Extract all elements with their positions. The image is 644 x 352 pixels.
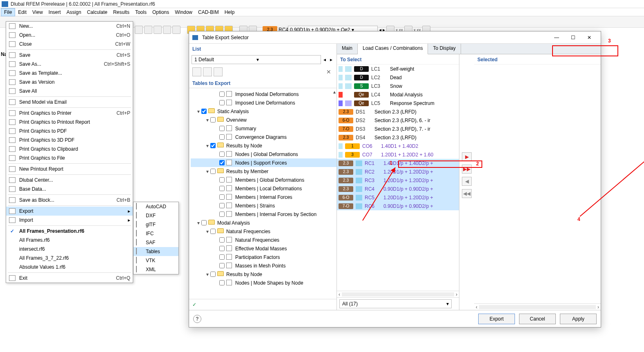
tree-checkbox[interactable] xyxy=(210,229,216,234)
file-menu-item[interactable]: Open...Ctrl+O xyxy=(6,31,133,40)
tree-row[interactable]: ▾Results by Node xyxy=(191,141,336,150)
tree-row[interactable]: Members | Global Deformations xyxy=(191,176,336,184)
export-sub-item[interactable]: SAF xyxy=(134,238,178,247)
loadcase-row[interactable]: 7-ODS3Section 2.3 (LRFD), 7. - ir xyxy=(337,125,459,133)
close-button[interactable]: ✕ xyxy=(581,35,597,40)
list-prev-icon[interactable]: ◂ xyxy=(322,57,328,62)
menu-help[interactable]: Help xyxy=(222,9,238,16)
file-menu-item[interactable]: Print Graphics to Printout Report xyxy=(6,118,133,127)
tree-row[interactable]: ▾Results by Member xyxy=(191,167,336,176)
tree-row[interactable]: ▾Modal Analysis xyxy=(191,218,336,227)
file-menu-item[interactable]: All Frames_3_7_22.rf6 xyxy=(6,254,133,263)
file-menu-item[interactable]: Save as Block...Ctrl+B xyxy=(6,196,133,205)
tree-checkbox[interactable] xyxy=(219,212,225,217)
file-menu-item[interactable]: Print Graphics to File xyxy=(6,154,133,163)
toolbar-icon[interactable] xyxy=(154,26,162,34)
h-scrollbar-selected[interactable]: ‹› xyxy=(474,303,601,310)
tree-row[interactable]: Members | Local Deformations xyxy=(191,184,336,193)
file-menu-item[interactable]: Print Graphics to PDF xyxy=(6,127,133,136)
clear-list-button[interactable]: ✕ xyxy=(324,67,333,76)
loadcase-row[interactable]: QeLC5Response Spectrum xyxy=(337,99,459,107)
tree-row[interactable]: Imposed Nodal Deformations xyxy=(191,90,336,98)
file-menu-item[interactable]: Save As...Ctrl+Shift+S xyxy=(6,60,133,69)
file-menu-item[interactable]: Print Graphics to Clipboard xyxy=(6,145,133,154)
tree-checkbox[interactable] xyxy=(219,203,225,208)
export-sub-item[interactable]: VTK xyxy=(134,256,178,265)
menu-file[interactable]: File xyxy=(1,8,15,16)
file-menu-item[interactable]: All Frames.rf6 xyxy=(6,236,133,245)
tree-checkbox[interactable] xyxy=(219,263,225,268)
help-button[interactable]: ? xyxy=(193,315,201,323)
tree-checkbox[interactable] xyxy=(219,280,225,285)
filter-dropdown[interactable]: All (17)▾ xyxy=(339,299,452,308)
tab[interactable]: To Display xyxy=(428,44,461,54)
file-menu-item[interactable]: ✓All Frames_Presentation.rf6 xyxy=(6,227,133,236)
toolbar-icon[interactable] xyxy=(163,26,171,34)
loadcase-row[interactable]: QeLC4Modal Analysis xyxy=(337,90,459,99)
tree-row[interactable]: Summary xyxy=(191,124,336,133)
file-menu-item[interactable]: Import▸ xyxy=(6,216,133,225)
tree-row[interactable]: ▾Overview xyxy=(191,116,336,124)
tree-row[interactable]: Members | Strains xyxy=(191,201,336,210)
expand-icon[interactable]: ▾ xyxy=(205,169,210,174)
tree-row[interactable]: Participation Factors xyxy=(191,253,336,261)
menu-window[interactable]: Window xyxy=(172,9,195,16)
tree-row[interactable]: ▾Static Analysis xyxy=(191,107,336,116)
tree-checkbox[interactable] xyxy=(219,126,225,131)
loadcase-row[interactable]: 2.3RC21.20D1/p + 1.20D2/p + xyxy=(337,167,459,176)
menu-cad-bim[interactable]: CAD-BIM xyxy=(195,9,222,16)
file-menu-item[interactable]: Absolute Values 1.rf6 xyxy=(6,263,133,272)
expand-icon[interactable]: ▾ xyxy=(196,220,201,226)
tree-checkbox[interactable] xyxy=(219,246,225,251)
move-all-right-button[interactable]: ▶▶ xyxy=(462,165,472,174)
tree-checkbox[interactable] xyxy=(219,186,225,191)
tree-checkbox[interactable] xyxy=(219,100,225,105)
menu-results[interactable]: Results xyxy=(110,9,132,16)
loadcase-row[interactable]: 2.3RC40.90D1/p + 0.90D2/p + xyxy=(337,185,459,193)
expand-icon[interactable]: ▾ xyxy=(205,143,210,149)
toolbar-icon[interactable] xyxy=(144,26,152,34)
maximize-button[interactable]: ☐ xyxy=(565,35,581,40)
file-menu-item[interactable]: Base Data... xyxy=(6,185,133,194)
loadcase-row[interactable]: 6-ORC51.20D1/p + 1.20D2/p + xyxy=(337,193,459,202)
export-sub-item[interactable]: IFC xyxy=(134,229,178,238)
export-sub-item[interactable]: DXF xyxy=(134,211,178,220)
tree-row[interactable]: Effective Modal Masses xyxy=(191,244,336,253)
check-all-button[interactable]: ✓ xyxy=(192,302,196,307)
minimize-button[interactable]: — xyxy=(548,35,565,40)
file-menu-item[interactable]: Dlubal Center... xyxy=(6,176,133,185)
loadcase-row[interactable]: 2.3DS4Section 2.3 (LRFD) xyxy=(337,133,459,142)
list-next-icon[interactable]: ▸ xyxy=(328,57,334,62)
expand-icon[interactable]: ▾ xyxy=(205,229,210,234)
to-select-list[interactable]: DLC1Self-weightDLC2DeadSLC3SnowQeLC4Moda… xyxy=(337,64,459,291)
file-menu-item[interactable]: ExitCtrl+Q xyxy=(6,274,133,283)
tree-checkbox[interactable] xyxy=(219,160,225,165)
loadcase-row[interactable]: 1CO61.40D1 + 1.40D2 xyxy=(337,142,459,150)
file-menu-item[interactable]: Save as Template... xyxy=(6,69,133,78)
tab[interactable]: Main xyxy=(337,44,358,54)
loadcase-row[interactable]: 2.3RC31.20D1/p + 1.20D2/p + xyxy=(337,176,459,185)
menu-options[interactable]: Options xyxy=(149,9,172,16)
menu-view[interactable]: View xyxy=(29,9,46,16)
menu-edit[interactable]: Edit xyxy=(15,9,29,16)
move-right-button[interactable]: ▶ xyxy=(462,152,472,161)
tree-checkbox[interactable] xyxy=(219,194,225,200)
expand-icon[interactable]: ▾ xyxy=(205,117,210,123)
menu-calculate[interactable]: Calculate xyxy=(84,9,110,16)
loadcase-row[interactable]: DLC1Self-weight xyxy=(337,65,459,73)
file-menu-item[interactable]: Save All xyxy=(6,87,133,96)
file-menu-item[interactable]: New...Ctrl+N xyxy=(6,22,133,31)
move-left-button[interactable]: ◀ xyxy=(462,177,472,186)
tree-row[interactable]: Nodes | Support Forces xyxy=(191,158,336,167)
tree-row[interactable]: ▾Results by Node xyxy=(191,270,336,278)
file-menu-item[interactable]: Export▸ xyxy=(6,207,133,216)
menu-assign[interactable]: Assign xyxy=(64,9,84,16)
file-menu-item[interactable]: SaveCtrl+S xyxy=(6,51,133,60)
menu-insert[interactable]: Insert xyxy=(46,9,64,16)
loadcase-row[interactable]: 2.3DS1Section 2.3 (LRFD) xyxy=(337,107,459,116)
tree-scroll-up[interactable]: ▴ xyxy=(333,89,336,95)
file-menu-item[interactable]: Print Graphics to 3D PDF xyxy=(6,136,133,145)
list-dropdown[interactable]: 1 Default▾ xyxy=(192,55,321,64)
file-menu-item[interactable]: intersect.rf6 xyxy=(6,245,133,254)
file-menu-item[interactable]: Send Model via Email xyxy=(6,98,133,107)
